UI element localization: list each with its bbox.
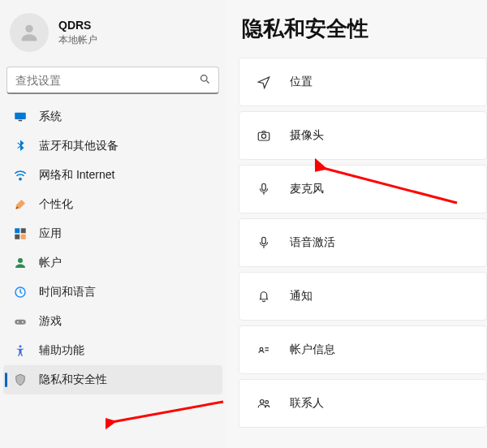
shield-icon bbox=[13, 373, 28, 387]
main-panel: 隐私和安全性 位置 摄像头 麦克风 语音激活 通知 帐户信息 联系人 bbox=[226, 0, 487, 448]
sidebar-item-label: 帐户 bbox=[39, 256, 62, 270]
card-label: 摄像头 bbox=[290, 128, 324, 143]
account-block[interactable]: QDRS 本地帐户 bbox=[3, 6, 222, 63]
card-camera[interactable]: 摄像头 bbox=[239, 111, 487, 160]
account-type: 本地帐户 bbox=[58, 33, 97, 47]
sidebar-item-label: 辅助功能 bbox=[39, 343, 84, 358]
card-contacts[interactable]: 联系人 bbox=[239, 379, 487, 428]
settings-card-list: 位置 摄像头 麦克风 语音激活 通知 帐户信息 联系人 bbox=[239, 58, 487, 428]
card-microphone[interactable]: 麦克风 bbox=[239, 165, 487, 213]
bell-icon bbox=[256, 288, 272, 304]
svg-point-22 bbox=[260, 347, 263, 351]
card-notifications[interactable]: 通知 bbox=[239, 272, 487, 321]
svg-rect-4 bbox=[19, 120, 23, 122]
id-card-icon bbox=[256, 342, 272, 358]
sidebar-item-label: 游戏 bbox=[39, 314, 62, 329]
sidebar-item-label: 应用 bbox=[39, 226, 62, 241]
svg-rect-9 bbox=[21, 235, 26, 239]
sidebar-item-bluetooth[interactable]: 蓝牙和其他设备 bbox=[3, 131, 222, 161]
svg-rect-6 bbox=[15, 228, 19, 233]
svg-point-14 bbox=[22, 321, 24, 323]
account-name: QDRS bbox=[58, 19, 97, 32]
sidebar-item-network[interactable]: 网络和 Internet bbox=[3, 161, 222, 190]
svg-point-15 bbox=[19, 345, 22, 347]
card-label: 通知 bbox=[290, 289, 312, 304]
card-account-info[interactable]: 帐户信息 bbox=[239, 325, 487, 374]
bluetooth-icon bbox=[13, 139, 28, 153]
sidebar-item-accessibility[interactable]: 辅助功能 bbox=[3, 336, 222, 365]
svg-point-25 bbox=[261, 400, 265, 404]
sidebar-item-time-language[interactable]: 时间和语言 bbox=[3, 278, 222, 307]
accessibility-icon bbox=[13, 343, 28, 358]
sidebar-item-label: 系统 bbox=[39, 110, 62, 124]
page-title: 隐私和安全性 bbox=[242, 15, 487, 43]
svg-rect-3 bbox=[15, 113, 26, 119]
sidebar-item-label: 个性化 bbox=[39, 197, 73, 212]
svg-point-17 bbox=[261, 134, 265, 138]
contacts-icon bbox=[256, 395, 272, 411]
sidebar-item-label: 时间和语言 bbox=[39, 285, 96, 299]
svg-rect-12 bbox=[15, 320, 26, 325]
svg-rect-8 bbox=[15, 235, 19, 239]
card-label: 语音激活 bbox=[290, 235, 335, 250]
person-icon bbox=[13, 256, 28, 270]
svg-rect-7 bbox=[21, 228, 26, 233]
display-icon bbox=[13, 110, 28, 124]
sidebar-item-label: 蓝牙和其他设备 bbox=[39, 139, 119, 153]
svg-point-5 bbox=[19, 178, 21, 179]
camera-icon bbox=[256, 127, 272, 144]
card-voice-activation[interactable]: 语音激活 bbox=[239, 218, 487, 267]
sidebar-item-gaming[interactable]: 游戏 bbox=[3, 307, 222, 336]
search-wrap bbox=[6, 67, 219, 94]
location-icon bbox=[256, 74, 272, 90]
card-label: 帐户信息 bbox=[290, 342, 335, 357]
card-label: 联系人 bbox=[290, 396, 324, 411]
mic-icon bbox=[256, 181, 272, 197]
svg-point-0 bbox=[25, 25, 32, 32]
sidebar-item-accounts[interactable]: 帐户 bbox=[3, 248, 222, 278]
sidebar-item-apps[interactable]: 应用 bbox=[3, 219, 222, 248]
card-label: 位置 bbox=[290, 75, 312, 89]
brush-icon bbox=[13, 197, 28, 212]
search-input[interactable] bbox=[6, 67, 219, 94]
account-text: QDRS 本地帐户 bbox=[58, 19, 97, 47]
avatar bbox=[10, 13, 49, 52]
card-location[interactable]: 位置 bbox=[239, 58, 487, 106]
svg-rect-18 bbox=[262, 183, 266, 190]
svg-point-13 bbox=[17, 321, 19, 323]
svg-point-26 bbox=[265, 401, 269, 404]
sidebar-item-privacy[interactable]: 隐私和安全性 bbox=[3, 365, 222, 394]
apps-icon bbox=[13, 226, 28, 241]
gamepad-icon bbox=[13, 314, 28, 329]
wifi-icon bbox=[13, 168, 28, 183]
sidebar: QDRS 本地帐户 系统 蓝牙和其他设备 网络和 Internet 个性化 应用 bbox=[0, 0, 226, 448]
voice-icon bbox=[256, 235, 272, 251]
nav-list: 系统 蓝牙和其他设备 网络和 Internet 个性化 应用 帐户 时间和语言 bbox=[3, 102, 222, 394]
svg-rect-20 bbox=[262, 237, 266, 243]
svg-point-10 bbox=[18, 258, 23, 263]
sidebar-item-system[interactable]: 系统 bbox=[3, 102, 222, 131]
sidebar-item-personalization[interactable]: 个性化 bbox=[3, 190, 222, 219]
globe-clock-icon bbox=[13, 285, 28, 299]
sidebar-item-label: 隐私和安全性 bbox=[39, 373, 107, 387]
card-label: 麦克风 bbox=[290, 182, 324, 196]
sidebar-item-label: 网络和 Internet bbox=[39, 168, 114, 183]
